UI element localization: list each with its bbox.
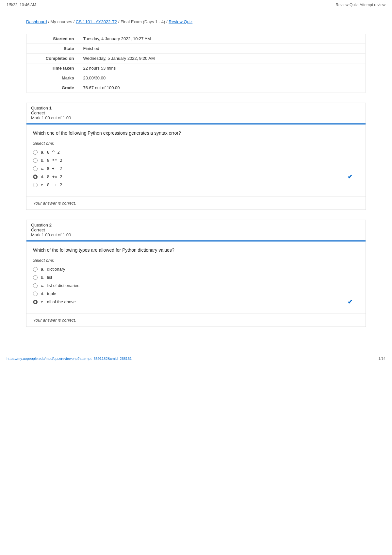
answer-feedback-2: Your answer is correct. (26, 314, 366, 327)
summary-label: Completed on (26, 54, 79, 63)
question-body-1: Which one of the following Python expres… (26, 125, 366, 197)
opt-label-0-3: d. (41, 174, 44, 179)
opt-text-0-3: 8 += 2 (47, 174, 62, 179)
summary-row: Marks23.00/30.00 (26, 73, 366, 83)
opt-label-1-4: e. (41, 299, 44, 304)
radio-0-1 (33, 158, 38, 163)
question-status-1: Correct (31, 110, 361, 115)
page-header: 1/5/22, 10:46 AM Review Quiz: Attempt re… (0, 0, 392, 10)
summary-table: Started onTuesday, 4 January 2022, 10:27… (26, 34, 366, 93)
correct-checkmark-1-4: ✔ (348, 298, 352, 306)
radio-0-4 (33, 183, 38, 187)
main-content: Dashboard / My courses / CS 1101 - AY202… (16, 10, 376, 343)
opt-label-0-0: a. (41, 150, 44, 155)
correct-checkmark-0-3: ✔ (348, 173, 352, 180)
opt-text-0-2: 8 +- 2 (47, 166, 62, 171)
radio-1-3 (33, 292, 38, 296)
summary-row: Started onTuesday, 4 January 2022, 10:27… (26, 34, 366, 44)
option-row-1-4: e. all of the above ✔ (33, 299, 359, 304)
breadcrumb-dashboard[interactable]: Dashboard (26, 19, 47, 24)
breadcrumb: Dashboard / My courses / CS 1101 - AY202… (26, 17, 366, 27)
opt-text-1-4: all of the above (47, 299, 76, 304)
options-label-2: Select one: (33, 258, 359, 263)
summary-label: Time taken (26, 63, 79, 73)
option-row-0-3: d. 8 += 2 ✔ (33, 174, 359, 179)
options-container-1: a. 8 ^ 2 b. 8 ** 2 (33, 150, 359, 187)
option-row-0-0: a. 8 ^ 2 (33, 150, 359, 155)
radio-1-1 (33, 275, 38, 280)
header-timestamp: 1/5/22, 10:46 AM (7, 3, 36, 7)
radio-1-2 (33, 283, 38, 288)
summary-row: Grade76.67 out of 100.00 (26, 83, 366, 93)
question-body-2: Which of the following types are allowed… (26, 242, 366, 314)
summary-value: 23.00/30.00 (79, 73, 366, 83)
summary-value: Tuesday, 4 January 2022, 10:27 AM (79, 34, 366, 44)
option-row-1-1: b. list (33, 275, 359, 280)
opt-label-1-2: c. (41, 283, 44, 288)
summary-value: 22 hours 53 mins (79, 63, 366, 73)
answer-feedback-1: Your answer is correct. (26, 197, 366, 210)
opt-label-1-1: b. (41, 275, 44, 280)
radio-0-3 (33, 175, 38, 179)
summary-label: State (26, 44, 79, 54)
opt-label-0-4: e. (41, 182, 44, 187)
question-block-1: Question 1 Correct Mark 1.00 cut of 1.00… (26, 103, 366, 210)
summary-row: Time taken22 hours 53 mins (26, 63, 366, 73)
opt-label-0-2: c. (41, 166, 44, 171)
question-text-1: Which one of the following Python expres… (33, 130, 359, 136)
summary-label: Marks (26, 73, 79, 83)
summary-label: Grade (26, 83, 79, 93)
summary-value: Wednesday, 5 January 2022, 9:20 AM (79, 54, 366, 63)
breadcrumb-cs1101[interactable]: CS 1101 - AY2022-T2 (76, 19, 117, 24)
summary-value: 76.67 out of 100.00 (79, 83, 366, 93)
option-row-1-2: c. list of dictionaries (33, 283, 359, 288)
summary-label: Started on (26, 34, 79, 44)
radio-1-4 (33, 300, 38, 304)
breadcrumb-final-exam: Final Exam (Days 1 - 4) (121, 19, 165, 24)
header-page-title: Review Quiz: Attempt review (335, 3, 385, 7)
options-container-2: a. dictionary b. list (33, 267, 359, 304)
opt-text-0-0: 8 ^ 2 (47, 150, 60, 155)
question-header-1: Question 1 Correct Mark 1.00 cut of 1.00 (26, 103, 366, 123)
opt-label-1-0: a. (41, 267, 44, 272)
opt-label-1-3: d. (41, 291, 44, 296)
question-mark-2: Mark 1.00 cut of 1.00 (31, 232, 361, 237)
page-footer: https://my.uopeople.edu/mod/quiz/reviewp… (0, 353, 392, 364)
footer-page: 1/14 (379, 357, 385, 361)
question-text-2: Which of the following types are allowed… (33, 247, 359, 253)
question-number-2: Question 2 (31, 223, 361, 227)
opt-text-0-4: 8 -+ 2 (47, 182, 62, 187)
options-label-1: Select one: (33, 141, 359, 146)
option-row-1-3: d. tuple (33, 291, 359, 296)
breadcrumb-review-quiz[interactable]: Review Quiz (169, 19, 192, 24)
footer-url[interactable]: https://my.uopeople.edu/mod/quiz/reviewp… (7, 357, 132, 361)
summary-row: Completed onWednesday, 5 January 2022, 9… (26, 54, 366, 63)
summary-row: StateFinished (26, 44, 366, 54)
radio-0-2 (33, 166, 38, 171)
questions-container: Question 1 Correct Mark 1.00 cut of 1.00… (26, 103, 366, 327)
breadcrumb-my-courses: My courses (50, 19, 72, 24)
question-header-2: Question 2 Correct Mark 1.00 cut of 1.00 (26, 220, 366, 240)
option-row-1-0: a. dictionary (33, 267, 359, 272)
question-number-1: Question 1 (31, 106, 361, 110)
opt-text-1-3: tuple (47, 291, 56, 296)
summary-value: Finished (79, 44, 366, 54)
question-block-2: Question 2 Correct Mark 1.00 cut of 1.00… (26, 220, 366, 327)
opt-text-1-0: dictionary (47, 267, 65, 272)
option-row-0-2: c. 8 +- 2 (33, 166, 359, 171)
opt-text-0-1: 8 ** 2 (47, 158, 62, 163)
radio-0-0 (33, 150, 38, 155)
opt-label-0-1: b. (41, 158, 44, 163)
radio-1-0 (33, 267, 38, 272)
opt-text-1-1: list (47, 275, 52, 280)
option-row-0-4: e. 8 -+ 2 (33, 182, 359, 187)
option-row-0-1: b. 8 ** 2 (33, 158, 359, 163)
opt-text-1-2: list of dictionaries (47, 283, 79, 288)
question-status-2: Correct (31, 227, 361, 232)
question-mark-1: Mark 1.00 cut of 1.00 (31, 115, 361, 120)
